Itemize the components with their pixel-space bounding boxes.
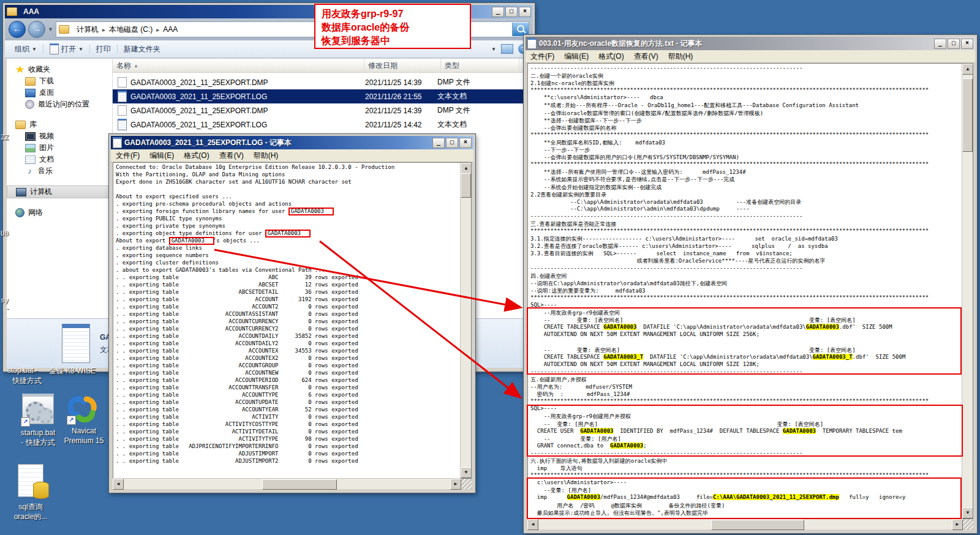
minimize-button[interactable]: _ (934, 39, 946, 49)
scroll-left-icon[interactable]: ◄ (113, 479, 124, 490)
table-row[interactable]: GADATA0005_2021_11_25EXPORT.DMP2021/11/2… (113, 103, 531, 118)
scroll-down-icon[interactable]: ▼ (962, 507, 973, 518)
vertical-scrollbar[interactable]: ▲ ▼ (962, 64, 973, 518)
scroll-up-icon[interactable]: ▲ (962, 64, 973, 75)
close-button[interactable]: × (519, 7, 531, 17)
breadcrumb-item[interactable]: 计算机 (75, 24, 100, 36)
text-segment: . . exporting table ACCOUNTYEAR 52 rows … (116, 406, 358, 413)
scroll-down-icon[interactable]: ▼ (461, 467, 472, 478)
scroll-up-icon[interactable]: ▲ (461, 163, 472, 174)
sidebar-item-视频[interactable]: 视频 (7, 130, 112, 142)
sidebar-item-收藏夹[interactable]: 收藏夹 (7, 64, 112, 75)
menu-item[interactable]: 格式(O) (179, 149, 214, 162)
change-view-icon[interactable] (501, 44, 513, 54)
history-dropdown-icon[interactable]: ▼ (48, 26, 53, 32)
dropdown-caret-icon[interactable]: ▼ (491, 47, 496, 52)
text-segment: --变量: [用户名] (530, 487, 591, 493)
sidebar-item-最近访问的位置[interactable]: 最近访问的位置 (7, 99, 112, 110)
menu-item[interactable]: 文件(F) (111, 149, 145, 162)
text-line: . exporting cluster definitions (116, 260, 460, 267)
text-segment: . exporting PUBLIC type synonyms (116, 215, 222, 222)
scrollbar-thumb[interactable] (461, 173, 471, 198)
forward-button[interactable]: → (28, 21, 45, 38)
close-button[interactable]: × (459, 138, 472, 148)
txt-notepad-titlebar[interactable]: 003.01-用友nc-oracle数据恢复的方法.txt - 记事本 _ □ … (526, 37, 975, 50)
maximize-button[interactable]: □ (505, 7, 518, 17)
file-date-cell: 2021/11/26 21:55 (365, 92, 437, 101)
resize-grip[interactable] (963, 519, 973, 529)
text-file-icon (118, 91, 127, 102)
column-headers: 名称▲ 修改日期 类型 (113, 59, 531, 73)
table-row[interactable]: GADATA0005_2021_11_25EXPORT.LOG2021/11/2… (113, 118, 531, 132)
column-header-type[interactable]: 类型 (441, 59, 519, 72)
breadcrumb-item[interactable]: 本地磁盘 (C:) (107, 24, 154, 36)
menu-item[interactable]: 编辑(E) (559, 50, 594, 63)
text-segment: --会弹出要创建数据库的名称 (530, 125, 617, 131)
menu-item[interactable]: 帮助(H) (249, 149, 284, 162)
text-segment: -- 变量: 表空间名] 变量: [表空间名] (530, 347, 856, 353)
log-text-area[interactable]: Connected to: Oracle Database 10g Enterp… (113, 162, 472, 479)
sidebar-item-下载[interactable]: 下载 (7, 75, 112, 87)
text-segment: SQL>---- (530, 405, 557, 411)
txt-notepad-menubar: 文件(F)编辑(E)格式(O)查看(V)帮助(H) (526, 50, 975, 63)
text-segment: ****************************************… (530, 294, 929, 301)
menu-item[interactable]: 查看(V) (214, 149, 249, 162)
scrollbar-thumb[interactable] (711, 520, 804, 530)
sidebar-item-音乐[interactable]: ♪音乐 (7, 165, 112, 177)
desktop-icon-jindie-label[interactable]: 金蝶 K3 WISE (49, 366, 96, 376)
horizontal-scrollbar[interactable]: ◄ ► (527, 518, 963, 529)
yellow-highlight: GADATA0003_T (813, 354, 853, 360)
menu-item[interactable]: 帮助(H) (663, 50, 698, 63)
horizontal-scrollbar[interactable]: ◄ ► (113, 478, 461, 489)
text-segment: About to export (116, 238, 169, 244)
breadcrumb-item[interactable]: AAA (161, 24, 179, 34)
column-header-date[interactable]: 修改日期 (364, 59, 441, 72)
text-document-icon (62, 324, 90, 363)
desktop-icon-stop-bat-label[interactable]: stop.bat - (7, 366, 38, 375)
text-line: 密码为 : mdfPass_1234# (530, 391, 962, 398)
vertical-scrollbar[interactable]: ▲ ▼ (460, 163, 471, 478)
menu-item[interactable]: 查看(V) (629, 50, 663, 63)
sidebar-item-计算机[interactable]: 计算机 (7, 185, 112, 198)
sidebar-item-桌面[interactable]: 桌面 (7, 87, 112, 99)
minimize-button[interactable]: _ (432, 138, 445, 148)
folder-icon (7, 7, 17, 16)
scrollbar-thumb[interactable] (262, 479, 337, 490)
scroll-right-icon[interactable]: ► (952, 519, 963, 530)
minimize-button[interactable]: _ (492, 7, 504, 17)
txt-text-area[interactable]: ----------------------------------------… (527, 63, 973, 519)
sidebar-item-网络[interactable]: 网络 (7, 207, 112, 219)
maximize-button[interactable]: □ (948, 39, 960, 49)
desktop-icon-stop-bat-label2[interactable]: 快捷方式 (12, 376, 42, 386)
menu-item[interactable]: 编辑(E) (145, 149, 179, 162)
back-button[interactable]: ← (9, 21, 26, 38)
callout-line: 恢复到服务器中 (322, 34, 464, 48)
search-button[interactable] (512, 23, 529, 36)
resize-grip[interactable] (461, 479, 472, 489)
toolbar-button-4[interactable]: 新建文件夹 (119, 42, 165, 56)
menu-item[interactable]: 格式(O) (594, 50, 628, 63)
scrollbar-thumb[interactable] (962, 78, 973, 152)
text-segment: . . exporting table ACCOUNTEX2 0 rows ex… (116, 355, 358, 361)
toolbar-button-label: 组织 (15, 44, 29, 54)
column-header-name[interactable]: 名称▲ (113, 59, 364, 72)
sidebar-item-文档[interactable]: 文档 (7, 154, 112, 165)
close-button[interactable]: × (961, 39, 973, 49)
desktop-icon-navicat[interactable]: ↗ Navicat Premium 15 (56, 392, 111, 446)
log-notepad-titlebar[interactable]: GADATA0003_2021_11_25EXPORT.LOG - 记事本 _ … (111, 136, 473, 149)
scroll-right-icon[interactable]: ► (450, 479, 461, 490)
toolbar-button-3[interactable]: 打印 (91, 42, 116, 56)
desktop-icon-sql-query[interactable]: sql查询 oracle的... (3, 464, 58, 522)
file-name: GADATA0005_2021_11_25EXPORT.LOG (130, 121, 267, 129)
toolbar-button-2[interactable]: 打开▼ (45, 42, 88, 56)
sql-document-icon (18, 464, 43, 497)
maximize-button[interactable]: □ (446, 138, 458, 148)
toolbar-button-1[interactable]: 组织▼ (10, 42, 42, 56)
yellow-highlight: GADATA0003 (806, 324, 839, 330)
sidebar-item-图片[interactable]: 图片 (7, 142, 112, 154)
scroll-left-icon[interactable]: ◄ (527, 519, 538, 530)
table-row[interactable]: GADATA0003_2021_11_25EXPORT.DMP2021/11/2… (113, 75, 531, 89)
sidebar-item-库[interactable]: 库 (7, 119, 112, 130)
table-row[interactable]: GADATA0003_2021_11_25EXPORT.LOG2021/11/2… (113, 89, 531, 103)
menu-item[interactable]: 文件(F) (526, 50, 559, 63)
